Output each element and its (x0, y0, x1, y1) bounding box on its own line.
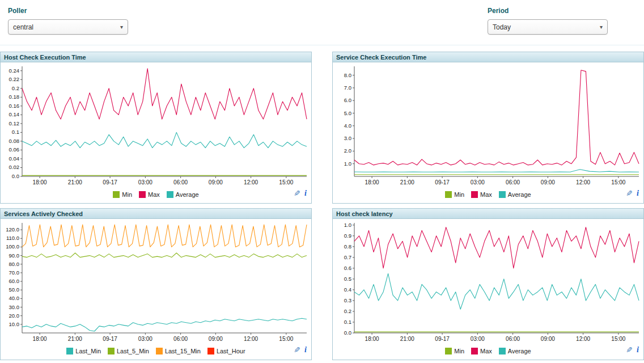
info-icon[interactable]: i (304, 346, 307, 354)
panel-footer: Last_MinLast_5_MinLast_15_MinLast_Hour ✎… (1, 344, 311, 360)
svg-text:15:00: 15:00 (279, 336, 293, 342)
svg-text:03:00: 03:00 (138, 336, 152, 342)
svg-text:1.0: 1.0 (344, 222, 351, 228)
legend-item: Max (471, 348, 492, 354)
chevron-down-icon: ▾ (120, 24, 123, 30)
legend-swatch (499, 348, 506, 354)
svg-text:18:00: 18:00 (33, 336, 47, 342)
edit-icon[interactable]: ✎ (294, 346, 300, 354)
legend-swatch (445, 191, 452, 198)
svg-text:10.0: 10.0 (9, 321, 20, 327)
legend-label: Average (508, 348, 531, 354)
svg-text:30.0: 30.0 (9, 304, 20, 310)
panel-host-check-execution-time: Host Check Execution Time 0.00.020.040.0… (0, 52, 312, 204)
svg-text:0.6: 0.6 (344, 265, 351, 271)
legend-swatch (499, 191, 506, 198)
edit-icon[interactable]: ✎ (626, 189, 633, 197)
svg-text:0.14: 0.14 (9, 111, 20, 117)
panel-footer: MinMaxAverage ✎ i (1, 188, 311, 203)
svg-text:4.0: 4.0 (344, 123, 351, 129)
svg-text:0.9: 0.9 (344, 233, 351, 239)
chart-actions: ✎ i (626, 346, 639, 354)
svg-text:21:00: 21:00 (68, 336, 82, 342)
chevron-down-icon: ▾ (600, 24, 603, 30)
info-icon[interactable]: i (637, 189, 639, 197)
filter-bar: Poller central ▾ Period Today ▾ (0, 0, 644, 45)
svg-text:0.12: 0.12 (9, 120, 20, 126)
legend-label: Min (454, 191, 464, 198)
poller-select-value: central (13, 23, 120, 31)
svg-text:2.0: 2.0 (344, 147, 351, 154)
legend-label: Last_Hour (217, 348, 245, 354)
legend-label: Max (480, 348, 492, 354)
svg-text:18:00: 18:00 (365, 336, 379, 342)
edit-icon[interactable]: ✎ (294, 189, 300, 197)
period-select[interactable]: Today ▾ (488, 19, 608, 35)
info-icon[interactable]: i (304, 189, 307, 197)
svg-text:0.2: 0.2 (12, 85, 19, 91)
legend-label: Average (508, 191, 531, 198)
svg-text:06:00: 06:00 (173, 179, 188, 185)
poller-select[interactable]: central ▾ (8, 19, 128, 35)
poller-filter-group: Poller central ▾ (8, 7, 128, 35)
svg-text:0.5: 0.5 (344, 276, 351, 282)
edit-icon[interactable]: ✎ (626, 346, 633, 354)
panel-footer: MinMaxAverage ✎ i (333, 188, 643, 203)
panel-services-actively-checked: Services Actively Checked 10.020.030.040… (0, 208, 312, 360)
legend-item: Last_15_Min (156, 348, 201, 354)
svg-text:0.18: 0.18 (9, 94, 20, 100)
chart-actions: ✎ i (294, 189, 307, 197)
svg-text:0.06: 0.06 (9, 146, 20, 153)
svg-text:09-17: 09-17 (103, 336, 117, 342)
legend-label: Last_5_Min (117, 348, 149, 354)
svg-text:03:00: 03:00 (471, 179, 485, 185)
svg-text:06:00: 06:00 (173, 336, 188, 342)
svg-text:18:00: 18:00 (365, 179, 379, 185)
svg-text:7.0: 7.0 (344, 85, 351, 91)
svg-text:110.0: 110.0 (6, 235, 19, 241)
svg-text:0.22: 0.22 (9, 76, 20, 82)
svg-text:0.1: 0.1 (344, 319, 351, 325)
chart-actions: ✎ i (626, 189, 639, 197)
svg-text:12:00: 12:00 (576, 179, 590, 185)
svg-text:0.0: 0.0 (344, 330, 351, 336)
legend-item: Last_Min (66, 348, 101, 354)
chart-legend: Last_MinLast_5_MinLast_15_MinLast_Hour (63, 347, 248, 357)
svg-text:0.8: 0.8 (344, 243, 351, 250)
svg-text:6.0: 6.0 (344, 97, 351, 103)
svg-text:15:00: 15:00 (279, 179, 293, 185)
svg-text:50.0: 50.0 (9, 286, 20, 293)
period-select-value: Today (493, 23, 600, 31)
legend-item: Min (113, 191, 132, 198)
legend-item: Max (471, 191, 492, 198)
svg-text:70.0: 70.0 (9, 269, 20, 276)
panel-footer: MinMaxAverage ✎ i (333, 344, 643, 360)
svg-text:80.0: 80.0 (9, 261, 20, 267)
legend-item: Average (499, 191, 531, 198)
period-label: Period (488, 7, 608, 15)
legend-swatch (167, 191, 173, 198)
legend-swatch (207, 348, 214, 354)
legend-item: Last_Hour (207, 348, 245, 354)
svg-text:3.0: 3.0 (344, 135, 351, 141)
svg-text:03:00: 03:00 (138, 179, 152, 185)
svg-text:0.1: 0.1 (12, 129, 19, 135)
legend-item: Min (445, 191, 464, 198)
svg-text:12:00: 12:00 (244, 336, 258, 342)
svg-text:09:00: 09:00 (209, 336, 223, 342)
period-filter-group: Period Today ▾ (488, 7, 608, 35)
legend-swatch (108, 348, 115, 354)
svg-text:40.0: 40.0 (9, 295, 20, 301)
legend-item: Last_5_Min (108, 348, 149, 354)
legend-swatch (66, 348, 73, 354)
info-icon[interactable]: i (637, 346, 639, 354)
svg-text:120.0: 120.0 (6, 226, 19, 233)
legend-label: Max (480, 191, 492, 198)
legend-swatch (471, 348, 478, 354)
legend-label: Max (148, 191, 160, 198)
svg-text:5.0: 5.0 (344, 110, 351, 116)
svg-text:0.2: 0.2 (344, 308, 351, 314)
legend-label: Last_Min (75, 348, 101, 354)
svg-text:0.24: 0.24 (9, 67, 20, 74)
svg-text:90.0: 90.0 (9, 252, 20, 259)
